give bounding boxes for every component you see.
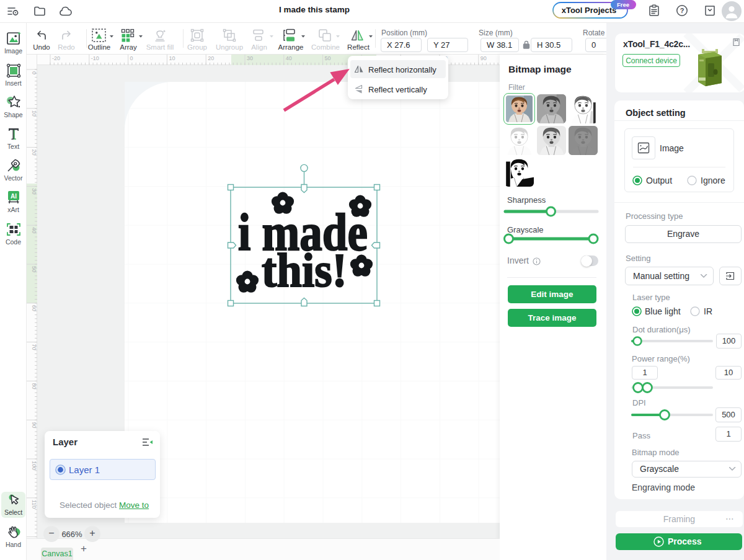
- svg-text:70: 70: [31, 344, 37, 350]
- svg-text:40: 40: [286, 55, 292, 61]
- svg-text:0: 0: [31, 71, 37, 74]
- svg-text:80: 80: [31, 383, 37, 389]
- svg-text:40: 40: [31, 227, 37, 233]
- svg-text:-20: -20: [52, 55, 60, 61]
- svg-text:this!: this!: [262, 242, 347, 296]
- svg-text:10: 10: [169, 55, 175, 61]
- svg-text:90: 90: [31, 422, 37, 428]
- svg-text:100: 100: [31, 461, 37, 470]
- svg-text:Free: Free: [617, 1, 629, 8]
- svg-text:20: 20: [31, 149, 37, 156]
- svg-text:110: 110: [31, 500, 37, 509]
- svg-text:30: 30: [247, 55, 253, 61]
- svg-text:90: 90: [480, 55, 487, 61]
- svg-text:60: 60: [31, 305, 37, 311]
- svg-text:20: 20: [208, 55, 214, 61]
- svg-text:0: 0: [130, 55, 133, 61]
- svg-text:10: 10: [31, 110, 37, 117]
- svg-text:xTool Projects: xTool Projects: [562, 6, 617, 15]
- svg-text:AI: AI: [11, 193, 17, 200]
- svg-text:50: 50: [325, 55, 331, 61]
- svg-text:-10: -10: [91, 55, 99, 61]
- svg-text:50: 50: [31, 266, 37, 272]
- svg-text:?: ?: [680, 7, 684, 14]
- svg-text:30: 30: [31, 188, 37, 194]
